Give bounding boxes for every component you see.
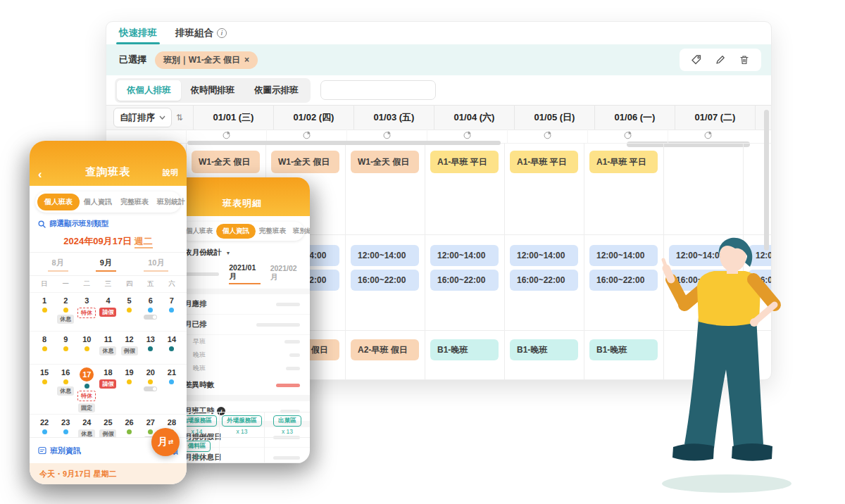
calendar-day[interactable]: 4請假 xyxy=(97,296,118,331)
view-tab-0[interactable]: 依個人排班 xyxy=(117,80,181,101)
shift-chip[interactable]: W1-全天 假日 xyxy=(351,151,419,173)
stat-row: 晚班 xyxy=(175,348,310,362)
grid-horizontal-scrollbar[interactable] xyxy=(187,141,501,145)
sort-dropdown[interactable]: 自訂排序 xyxy=(113,108,172,127)
phone2-tab-1[interactable]: 個人資訊 xyxy=(216,224,256,239)
mini-progress-pill xyxy=(144,315,157,320)
calendar-day[interactable]: 18請假 xyxy=(97,367,118,414)
phone1-tab-3[interactable]: 班別統計 xyxy=(153,194,187,210)
badge-cell: 外場服務區x 13 xyxy=(220,412,265,438)
tab-quick-schedule[interactable]: 快速排班 xyxy=(119,22,157,44)
month-scroll-thumb[interactable] xyxy=(183,272,219,276)
shift-chip[interactable]: B1-晚班 xyxy=(430,339,499,360)
calendar-day[interactable]: 12例假 xyxy=(119,334,140,364)
shift-chip[interactable]: 12:00~14:00 xyxy=(351,245,419,266)
day-stats-icon-cell xyxy=(668,129,748,143)
shift-chip[interactable]: A1-早班 平日 xyxy=(430,151,499,173)
pie-chart-icon[interactable] xyxy=(543,130,552,142)
calendar-day[interactable]: 11休息 xyxy=(97,334,118,364)
help-link[interactable]: 說明 xyxy=(163,168,178,178)
calendar-day[interactable]: 9 xyxy=(55,334,76,364)
stat-row: 差異時數 xyxy=(175,375,310,396)
shift-chip[interactable]: A1-早班 平日 xyxy=(510,151,578,173)
view-tab-2[interactable]: 依圖示排班 xyxy=(244,80,308,101)
calendar-day[interactable]: 6 xyxy=(140,296,161,331)
day-badge: 休息 xyxy=(99,346,116,355)
delete-icon[interactable] xyxy=(739,54,750,65)
phone2-tab-0[interactable]: 個人班表 xyxy=(182,224,216,239)
date-header-row: 01/01 (三)01/02 (四)01/03 (五)01/04 (六)01/0… xyxy=(193,106,772,130)
sort-order-icon[interactable]: ⇅ xyxy=(176,113,183,122)
calendar-day[interactable]: 5 xyxy=(119,296,140,331)
calendar-day[interactable]: 10 xyxy=(76,334,97,364)
tab-schedule-combo[interactable]: 排班組合 i xyxy=(175,22,227,44)
calendar-day[interactable]: 15 xyxy=(34,367,55,414)
calendar-day[interactable]: 21 xyxy=(161,367,182,414)
phone1-tab-0[interactable]: 個人班表 xyxy=(37,194,80,210)
shift-chip[interactable]: W1-全天 假日 xyxy=(192,151,260,173)
day-number: 15 xyxy=(40,367,49,377)
remove-filter-icon[interactable]: × xyxy=(244,55,249,65)
month-tab-feb[interactable]: 2021/02月 xyxy=(270,264,301,284)
tag-icon[interactable] xyxy=(691,54,702,65)
view-tab-1[interactable]: 依時間排班 xyxy=(181,80,245,101)
shift-chip[interactable]: 12:00~14:00 xyxy=(510,245,578,266)
calendar-day[interactable]: 3特休 xyxy=(76,296,97,331)
calendar-day[interactable]: 2休息 xyxy=(55,296,76,331)
weekday-label: 三 xyxy=(97,279,118,289)
shift-info-button[interactable]: 班別資訊 xyxy=(38,446,81,456)
caret-down-icon: ▼ xyxy=(226,251,231,256)
phone1-tab-2[interactable]: 完整班表 xyxy=(116,194,153,210)
calendar-day[interactable]: 1 xyxy=(34,296,55,331)
badge-cell xyxy=(265,438,310,463)
calendar-day[interactable]: 14 xyxy=(161,334,182,364)
calendar-month-1[interactable]: 9月 xyxy=(96,258,116,272)
pie-chart-icon[interactable] xyxy=(703,130,713,142)
phone2-tab-2[interactable]: 完整班表 xyxy=(256,224,289,239)
weekday-label: 日 xyxy=(34,279,55,289)
edit-icon[interactable] xyxy=(715,54,726,65)
shift-chip[interactable]: 16:00~22:00 xyxy=(430,270,499,291)
calendar-day[interactable]: 13 xyxy=(140,334,161,364)
calendar-day[interactable]: 16休息 xyxy=(55,367,76,414)
calendar-day[interactable]: 19 xyxy=(119,367,140,414)
selected-filter-chip[interactable]: 班別｜W1-全天 假日 × xyxy=(155,51,258,69)
phone1-tab-1[interactable]: 個人資訊 xyxy=(80,194,116,210)
role-badge[interactable]: 出菜區 xyxy=(273,415,301,427)
shift-chip[interactable]: 16:00~22:00 xyxy=(351,270,419,291)
day-badge: 特休 xyxy=(77,391,96,401)
shift-chip[interactable]: 12:00~14:00 xyxy=(430,245,499,266)
day-number: 16 xyxy=(61,367,70,377)
role-badge[interactable]: 外場服務區 xyxy=(222,415,262,427)
calendar-month-2[interactable]: 10月 xyxy=(144,258,168,272)
shift-chip[interactable]: B1-晚班 xyxy=(510,339,578,360)
filter-shift-types[interactable]: 篩選顯示班別類型 xyxy=(30,213,187,232)
stat-value-bar xyxy=(276,384,300,387)
stat-mode-dropdown[interactable]: 依月份統計 ▼ xyxy=(175,241,310,260)
stat-value-bar xyxy=(256,323,300,327)
stat-row: 早班 xyxy=(175,335,310,348)
vertical-scrollbar[interactable] xyxy=(764,110,769,251)
shift-chip[interactable]: 16:00~22:00 xyxy=(510,270,578,291)
grid-column-line xyxy=(345,143,346,379)
calendar-month-0[interactable]: 8月 xyxy=(48,258,68,272)
shift-chip[interactable]: W1-全天 假日 xyxy=(271,151,339,173)
search-input[interactable] xyxy=(320,80,436,100)
calendar-day[interactable]: 17特休固定 xyxy=(76,367,97,414)
month-tab-jan[interactable]: 2021/01月 xyxy=(229,263,260,284)
stat-label: 差異時數 xyxy=(184,380,214,390)
back-icon[interactable]: ‹ xyxy=(38,168,42,180)
tab-schedule-combo-label: 排班組合 xyxy=(175,27,213,39)
pie-chart-icon[interactable] xyxy=(623,130,632,142)
shift-chip[interactable]: A2-早班 假日 xyxy=(351,339,419,360)
day-stats-icon-cell xyxy=(507,129,587,143)
status-dot-blue xyxy=(148,308,153,313)
calendar-day[interactable]: 7 xyxy=(161,296,182,331)
month-view-fab[interactable]: 月 ⇄ xyxy=(151,428,180,456)
shift-chip[interactable]: A1-早班 平日 xyxy=(589,151,658,173)
calendar-day[interactable]: 8 xyxy=(34,334,55,364)
calendar-day[interactable]: 20 xyxy=(140,367,161,414)
phone2-tab-3[interactable]: 班別統計 xyxy=(289,224,310,239)
role-badge[interactable]: 備料區 xyxy=(183,441,211,452)
status-dot-yellow xyxy=(42,379,47,384)
